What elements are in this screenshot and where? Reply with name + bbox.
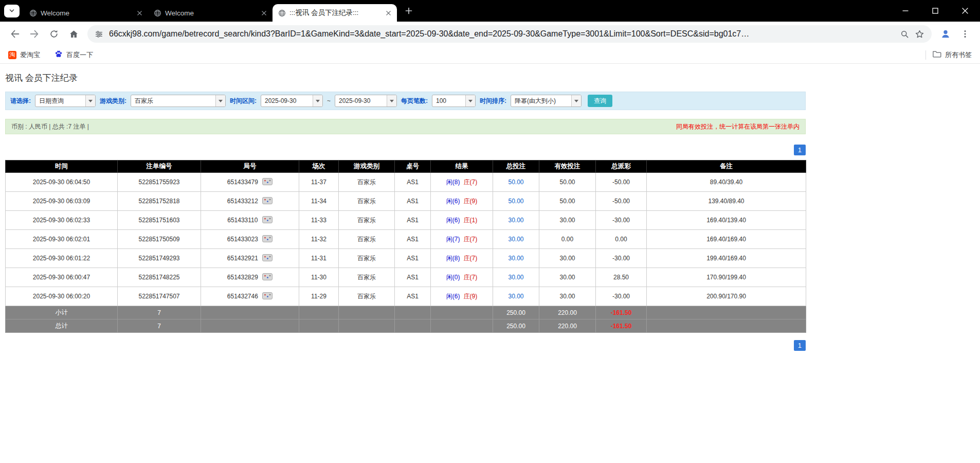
empty-cell [201, 319, 299, 333]
zoom-icon[interactable] [900, 30, 909, 39]
cell-bet-id: 522851749293 [118, 249, 201, 268]
bookmark-star-icon[interactable] [915, 29, 924, 39]
cell-round: 651432921 [201, 249, 299, 268]
globe-icon [154, 9, 161, 17]
profile-avatar-icon[interactable] [937, 25, 954, 43]
url-text[interactable]: 66cxkj98.com/game/betrecord_search/kind3… [109, 29, 895, 39]
round-result-icon[interactable] [262, 254, 273, 263]
banker-result: 庄(7) [464, 274, 478, 281]
cell-result: 闲(8)庄(7) [431, 249, 493, 268]
column-header: 结果 [431, 161, 493, 173]
cell-total-bet[interactable]: 50.00 [493, 173, 539, 192]
total-bet-link[interactable]: 30.00 [508, 236, 523, 243]
tab-search-button[interactable] [4, 5, 20, 17]
cell-result: 闲(6)庄(9) [431, 287, 493, 306]
cell-total-bet[interactable]: 30.00 [493, 268, 539, 287]
round-result-icon[interactable] [262, 178, 273, 187]
cell-total-bet[interactable]: 30.00 [493, 211, 539, 230]
chevron-down-icon [313, 95, 322, 106]
tab-strip: Welcome Welcome :::视讯 会员下注纪录::: [0, 0, 980, 22]
filter-label-select: 请选择: [10, 97, 31, 105]
empty-cell [395, 319, 431, 333]
chevron-down-icon [465, 95, 475, 106]
cell-note: 199.40/169.40 [647, 249, 806, 268]
cell-note: 89.40/39.40 [647, 173, 806, 192]
round-result-icon[interactable] [262, 292, 273, 301]
column-header: 游戏类别 [339, 161, 395, 173]
cell-session: 11-33 [299, 211, 339, 230]
filter-label-per-page: 每页笔数: [401, 97, 428, 105]
cell-total-bet[interactable]: 30.00 [493, 249, 539, 268]
minimize-button[interactable] [891, 0, 920, 22]
tab-close-icon[interactable] [259, 8, 268, 17]
note-warning-text: 同局有效投注，统一计算在该局第一张注单内 [676, 122, 800, 131]
search-button[interactable]: 查询 [588, 95, 612, 107]
total-bet-link[interactable]: 30.00 [508, 274, 523, 281]
total-bet-link[interactable]: 50.00 [508, 179, 523, 186]
page-number-button[interactable]: 1 [794, 145, 806, 155]
round-number: 651432746 [227, 292, 258, 299]
cell-total-bet[interactable]: 30.00 [493, 230, 539, 249]
cell-total-bet[interactable]: 30.00 [493, 287, 539, 306]
address-bar[interactable]: 66cxkj98.com/game/betrecord_search/kind3… [87, 25, 932, 43]
close-window-button[interactable] [950, 0, 980, 22]
round-result-icon[interactable] [262, 235, 273, 244]
tab-welcome-1[interactable]: Welcome [24, 4, 148, 22]
cell-game-type: 百家乐 [339, 211, 395, 230]
menu-dots-icon[interactable] [956, 25, 974, 43]
new-tab-button[interactable] [401, 3, 416, 19]
pagination-bottom: 1 [5, 340, 806, 351]
range-separator: ~ [327, 97, 331, 104]
home-button[interactable] [65, 25, 82, 43]
cell-table-number: AS1 [395, 287, 431, 306]
bookmark-baidu[interactable]: 百度一下 [55, 50, 93, 60]
page-title: 视讯 会员下注纪录 [5, 72, 980, 84]
total-bet-link[interactable]: 30.00 [508, 217, 523, 224]
banker-result: 庄(9) [464, 293, 478, 300]
date-start-select[interactable]: 2025-09-30 [261, 95, 323, 107]
forward-button[interactable] [26, 25, 43, 43]
tab-welcome-2[interactable]: Welcome [148, 4, 273, 22]
refresh-button[interactable] [45, 25, 63, 43]
taobao-icon: 淘 [8, 51, 16, 59]
site-info-icon[interactable] [95, 30, 103, 39]
cell-table-number: AS1 [395, 249, 431, 268]
all-bookmarks-button[interactable]: 所有书签 [932, 50, 972, 60]
back-button[interactable] [6, 25, 24, 43]
page-content: 视讯 会员下注纪录 请选择: 日期查询 游戏类别: 百家乐 时间区间: 2025… [0, 64, 980, 351]
total-count-cell: 7 [118, 319, 201, 333]
cell-bet-id: 522851751603 [118, 211, 201, 230]
cell-total-bet[interactable]: 50.00 [493, 192, 539, 211]
query-type-select[interactable]: 日期查询 [35, 95, 96, 107]
game-type-select[interactable]: 百家乐 [131, 95, 226, 107]
round-result-icon[interactable] [262, 216, 273, 225]
page-number-button[interactable]: 1 [794, 340, 806, 351]
cell-valid-bet: 30.00 [539, 268, 596, 287]
tab-close-icon[interactable] [384, 8, 393, 17]
total-bet-link[interactable]: 30.00 [508, 293, 523, 300]
currency-total-text: 币别 : 人民币 | 总共 :7 注单 | [11, 122, 89, 131]
total-bet-link[interactable]: 50.00 [508, 198, 523, 205]
sort-select[interactable]: 降幂(由大到小) [511, 95, 582, 107]
player-result: 闲(7) [446, 236, 460, 243]
total-bet-link[interactable]: 30.00 [508, 255, 523, 262]
cell-game-type: 百家乐 [339, 173, 395, 192]
cell-payout: 28.50 [596, 268, 647, 287]
cell-payout: -50.00 [596, 192, 647, 211]
cell-result: 闲(0)庄(7) [431, 268, 493, 287]
cell-payout: -30.00 [596, 287, 647, 306]
player-result: 闲(6) [446, 293, 460, 300]
bookmark-aitaobao[interactable]: 淘 爱淘宝 [8, 50, 40, 60]
tab-bet-records[interactable]: :::视讯 会员下注纪录::: [273, 4, 397, 22]
date-end-select[interactable]: 2025-09-30 [335, 95, 397, 107]
cell-round: 651433023 [201, 230, 299, 249]
cell-round: 651432829 [201, 268, 299, 287]
round-result-icon[interactable] [262, 197, 273, 206]
round-result-icon[interactable] [262, 273, 273, 282]
maximize-button[interactable] [920, 0, 950, 22]
tab-close-icon[interactable] [135, 8, 144, 17]
cell-session: 11-34 [299, 192, 339, 211]
per-page-select[interactable]: 100 [432, 95, 476, 107]
sort-value: 降幂(由大到小) [511, 97, 571, 105]
round-number: 651432829 [227, 273, 258, 280]
